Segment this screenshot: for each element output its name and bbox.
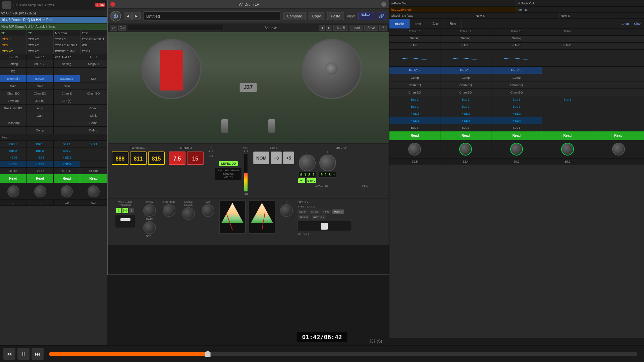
- chaneq1-2[interactable]: Chan EQ: [440, 81, 491, 88]
- rs-setting-1[interactable]: Setting: [389, 36, 440, 43]
- pitchcor-3[interactable]: PitchCor: [491, 67, 542, 74]
- rbus1-3[interactable]: Bus 1: [491, 96, 542, 103]
- sd4-3[interactable]: > SD4: [54, 161, 80, 167]
- exs24-inst[interactable]: EXS24: [27, 75, 54, 82]
- gain2-1[interactable]: [0, 112, 27, 119]
- env-4[interactable]: [80, 97, 107, 104]
- compare-button[interactable]: Compare: [283, 12, 306, 20]
- progress-bar[interactable]: [49, 352, 637, 356]
- ext-inst-1[interactable]: External I: [0, 75, 27, 82]
- noise-knob[interactable]: [182, 207, 195, 220]
- comp3-2[interactable]: Comp: [27, 127, 54, 134]
- sd4-2[interactable]: > SD4: [27, 161, 54, 167]
- bus1-3[interactable]: Bus 1: [54, 141, 80, 147]
- formula-888[interactable]: 888: [112, 152, 128, 165]
- sd3-3[interactable]: > SD3: [54, 154, 80, 161]
- gain-4[interactable]: [80, 82, 107, 89]
- fast-forward-button[interactable]: ⏭: [32, 348, 44, 360]
- minimize-button[interactable]: [381, 2, 386, 7]
- rbus6-4[interactable]: [542, 124, 593, 131]
- tab-inst[interactable]: Inst: [410, 19, 427, 28]
- vol-knob-1[interactable]: [7, 185, 19, 197]
- wow-depth-knob[interactable]: [143, 221, 156, 234]
- bassamp-1[interactable]: BassAmp: [0, 119, 27, 126]
- comp-2[interactable]: Comp: [440, 74, 491, 81]
- rread-1[interactable]: Read: [389, 131, 440, 140]
- stout-3[interactable]: St Out: [80, 168, 107, 174]
- flutter-knob[interactable]: [163, 204, 175, 217]
- modeled-fader[interactable]: [115, 215, 135, 228]
- stout-2[interactable]: St Out: [27, 168, 54, 174]
- sd4-4[interactable]: [80, 161, 107, 167]
- setting-4[interactable]: Mega D: [80, 60, 107, 67]
- formula-811[interactable]: 811: [130, 152, 147, 165]
- eq-1[interactable]: EQ: [0, 68, 27, 75]
- comp-5[interactable]: [593, 74, 644, 81]
- comp3-1[interactable]: [0, 127, 27, 134]
- close-button[interactable]: [110, 2, 115, 7]
- rread-3[interactable]: Read: [491, 131, 542, 140]
- rbus1-2[interactable]: Bus 1: [440, 96, 491, 103]
- bassamp-3[interactable]: [54, 119, 80, 126]
- chaneq2-4[interactable]: [542, 89, 593, 96]
- bias-plus5[interactable]: +5: [283, 152, 294, 164]
- rs-setting-3[interactable]: Setting: [491, 36, 542, 43]
- sd3-1[interactable]: > SD3: [0, 154, 27, 161]
- track-row-2-highlight[interactable]: 16 ♦ 6 Drums: ReQ Kit HH no Ped: [0, 17, 107, 23]
- rsd3-4[interactable]: [542, 110, 593, 117]
- chaneq2-1[interactable]: Chan EQ: [389, 89, 440, 96]
- chaneq1-1[interactable]: Chan EQ: [389, 81, 440, 88]
- progress-thumb[interactable]: [205, 351, 211, 357]
- speed-75[interactable]: 7.5: [169, 152, 185, 165]
- speed-15[interactable]: 15: [187, 152, 204, 165]
- rread-4[interactable]: Read: [542, 131, 593, 140]
- rbus6-1[interactable]: Bus 6: [389, 124, 440, 131]
- mi-radio-4[interactable]: ○ M/I1: [542, 43, 593, 50]
- comp-1[interactable]: Comp: [80, 105, 107, 112]
- chan-eq-2[interactable]: Chan EQ: [27, 90, 54, 97]
- eq-2[interactable]: [27, 68, 54, 75]
- r-knob-4[interactable]: [561, 143, 574, 156]
- r-knob-5[interactable]: [612, 143, 625, 156]
- copy-button[interactable]: Copy: [309, 12, 325, 20]
- vol-knob-3[interactable]: [61, 185, 73, 197]
- setting-2[interactable]: '09 P-B...: [27, 60, 54, 67]
- setup-prev[interactable]: ◄: [319, 25, 325, 31]
- amp-2[interactable]: [54, 105, 80, 112]
- setup-field[interactable]: [127, 25, 223, 31]
- gain-2[interactable]: Gain: [27, 82, 54, 89]
- mi-radio-1[interactable]: ○ M/I1: [389, 43, 440, 50]
- rbus6-5[interactable]: [593, 124, 644, 131]
- track-3-btn[interactable]: 3: [129, 208, 134, 213]
- pitchcor-5[interactable]: [593, 67, 644, 74]
- rsd4-4[interactable]: [542, 117, 593, 124]
- comp-4[interactable]: [542, 74, 593, 81]
- next-preset-button[interactable]: ►: [132, 12, 141, 20]
- eq-4[interactable]: [80, 68, 107, 75]
- tab-audio[interactable]: Audio: [389, 19, 410, 28]
- link-button[interactable]: 🔗: [377, 12, 386, 20]
- bus2-1[interactable]: Bus 2: [0, 147, 27, 154]
- power-button[interactable]: ⏻: [110, 11, 121, 21]
- ext-inst-2[interactable]: External I: [54, 75, 80, 82]
- gain2-2[interactable]: Gain: [27, 112, 54, 119]
- save-button[interactable]: Save: [364, 25, 378, 31]
- paste-button[interactable]: Paste: [327, 12, 344, 20]
- chan-eq-1[interactable]: Chan EQ: [0, 90, 27, 97]
- comp2-1[interactable]: Comp: [80, 119, 107, 126]
- delay-r-knob[interactable]: [319, 155, 336, 171]
- back-button[interactable]: ←: [2, 1, 11, 9]
- chaneq1-5[interactable]: [593, 81, 644, 88]
- rread-5[interactable]: Read: [593, 131, 644, 140]
- rbus6-2[interactable]: Bus 6: [440, 124, 491, 131]
- rsd3-5[interactable]: [593, 110, 644, 117]
- undo-button[interactable]: ↩: [110, 25, 117, 31]
- redo-button[interactable]: C↻: [118, 25, 126, 31]
- setup-next[interactable]: ►: [326, 25, 332, 31]
- pitchcor-4[interactable]: [542, 67, 593, 74]
- rbus6-3[interactable]: Bus 6: [491, 124, 542, 131]
- rsd4-1[interactable]: > SD4: [389, 117, 440, 124]
- rbus2-4[interactable]: [542, 103, 593, 110]
- a-button[interactable]: A →B: [333, 25, 348, 31]
- load-button[interactable]: Load: [350, 25, 363, 31]
